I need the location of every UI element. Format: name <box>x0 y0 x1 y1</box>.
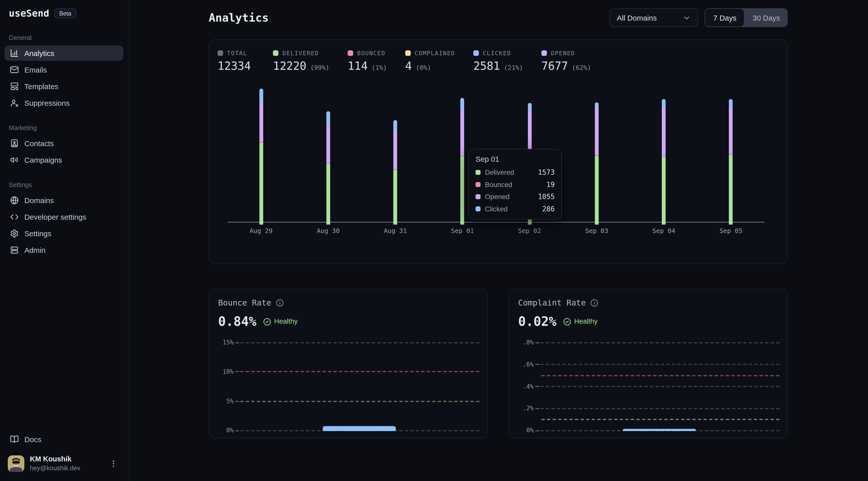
range-7-days-button[interactable]: 7 Days <box>705 8 745 27</box>
info-icon[interactable] <box>590 298 598 307</box>
complaint-rate-card: Complaint Rate 0.02% Healthy .8% .6% .4%… <box>509 289 788 438</box>
sidebar-item-admin[interactable]: Admin <box>4 242 124 258</box>
bounce-rate-title: Bounce Rate <box>218 298 271 307</box>
stat-total: TOTAL 12334 <box>217 50 255 72</box>
stat-bounced: BOUNCED 114(1%) <box>348 50 387 72</box>
gridline <box>540 342 779 343</box>
x-axis-labels: Aug 29Aug 30Aug 31Sep 01Sep 02Sep 03Sep … <box>227 227 765 236</box>
x-axis-label: Aug 29 <box>250 227 273 235</box>
chart-tooltip: Sep 01 Delivered1573 Bounced19 Opened105… <box>468 149 562 220</box>
gridline <box>240 342 479 343</box>
sidebar-item-emails[interactable]: Emails <box>4 62 124 77</box>
bar-segment-opened <box>595 108 598 155</box>
kebab-menu-icon[interactable] <box>107 457 120 470</box>
complaint-rate-bar[interactable] <box>623 429 696 431</box>
x-axis-label: Aug 31 <box>384 227 407 235</box>
complaint-status-badge: Healthy <box>563 317 598 326</box>
bar-segment-clicked <box>662 99 665 108</box>
page-title: Analytics <box>209 11 269 24</box>
domain-filter-value: All Domains <box>617 13 657 22</box>
sidebar-item-developer-settings[interactable]: Developer settings <box>4 209 124 225</box>
bar-aug-31[interactable] <box>393 120 397 225</box>
gridline <box>540 386 779 387</box>
sidebar-item-label: Domains <box>24 196 54 204</box>
bar-sep-04[interactable] <box>662 99 665 224</box>
stat-swatch <box>273 51 279 56</box>
bar-segment-clicked <box>528 103 531 111</box>
y-tick: 5% <box>218 398 234 405</box>
megaphone-icon <box>10 155 19 164</box>
sidebar-item-label: Suppressions <box>24 99 69 107</box>
threshold-gridline <box>240 371 479 372</box>
bar-segment-clicked <box>461 98 464 110</box>
y-tick: 15% <box>218 339 234 346</box>
sidebar-item-suppressions[interactable]: Suppressions <box>4 95 124 111</box>
server-icon <box>10 246 19 255</box>
complaint-rate-title: Complaint Rate <box>518 298 586 307</box>
bar-segment-clicked <box>729 99 733 107</box>
y-tick: .6% <box>518 361 534 368</box>
check-circle-icon <box>263 317 271 326</box>
y-tick: 10% <box>218 368 234 376</box>
bar-sep-03[interactable] <box>595 102 598 224</box>
bar-segment-opened <box>461 110 464 156</box>
swatch <box>475 182 480 187</box>
logo-row: useSend Beta <box>0 8 128 19</box>
sidebar-item-label: Admin <box>24 246 45 254</box>
gridline <box>540 364 779 365</box>
sidebar-item-contacts[interactable]: Contacts <box>4 135 124 151</box>
x-axis-label: Sep 03 <box>585 227 608 235</box>
stat-delivered: DELIVERED 12220(99%) <box>273 50 329 72</box>
bar-sep-01[interactable] <box>461 98 464 225</box>
sidebar-item-analytics[interactable]: Analytics <box>4 45 124 61</box>
bar-chart-icon <box>10 49 19 58</box>
code-icon <box>10 213 19 221</box>
bounce-rate-chart: 15% 10% 5% 0% <box>218 343 479 430</box>
bounce-rate-bar[interactable] <box>323 426 396 431</box>
email-events-chart-card: TOTAL 12334 DELIVERED 12220(99%) BOUNCED… <box>209 39 787 264</box>
stat-complained: COMPLAINED 4(0%) <box>405 50 455 72</box>
bar-sep-05[interactable] <box>729 99 733 224</box>
beta-badge: Beta <box>54 8 76 18</box>
bar-segment-clicked <box>595 102 598 108</box>
sidebar-item-label: Emails <box>24 66 47 74</box>
swatch <box>475 206 480 212</box>
bar-aug-30[interactable] <box>326 111 330 225</box>
domain-filter-select[interactable]: All Domains <box>610 8 699 27</box>
sidebar-item-label: Analytics <box>24 49 54 57</box>
x-axis-label: Sep 02 <box>518 227 541 235</box>
y-tick: .4% <box>518 383 534 390</box>
info-icon[interactable] <box>276 298 284 307</box>
x-axis-line <box>227 222 765 222</box>
chevron-down-icon <box>683 13 691 22</box>
stat-swatch <box>405 51 411 56</box>
sidebar-item-settings[interactable]: Settings <box>4 226 124 241</box>
app-logo: useSend <box>9 8 49 19</box>
y-tick: .8% <box>518 339 534 346</box>
stat-swatch <box>541 51 547 56</box>
tooltip-row-bounced: Bounced19 <box>475 181 555 189</box>
tooltip-row-opened: Opened1055 <box>475 193 555 201</box>
check-circle-icon <box>563 317 571 326</box>
complaint-rate-value: 0.02% <box>518 314 557 329</box>
sidebar-item-templates[interactable]: Templates <box>4 78 124 94</box>
book-open-icon <box>10 435 19 444</box>
bar-segment-opened <box>326 126 330 163</box>
stats-row: TOTAL 12334 DELIVERED 12220(99%) BOUNCED… <box>217 50 779 72</box>
date-range-toggle: 7 Days 30 Days <box>705 8 788 27</box>
complaint-rate-chart: .8% .6% .4% .2% 0% <box>518 343 779 430</box>
bar-segment-opened <box>729 107 733 154</box>
bar-segment-opened <box>662 108 665 157</box>
sidebar-item-docs[interactable]: Docs <box>4 432 124 447</box>
user-menu[interactable]: KM Koushik hey@koushik.dev <box>4 453 124 474</box>
tooltip-title: Sep 01 <box>475 155 555 163</box>
sidebar-item-campaigns[interactable]: Campaigns <box>4 152 124 168</box>
bounce-rate-value: 0.84% <box>218 314 256 329</box>
gridline <box>540 408 779 409</box>
bar-segment-opened <box>393 130 397 169</box>
range-30-days-button[interactable]: 30 Days <box>745 8 788 27</box>
threshold-gridline <box>541 375 780 376</box>
sidebar-item-domains[interactable]: Domains <box>4 193 124 208</box>
bar-aug-29[interactable] <box>259 89 263 225</box>
bar-segment-clicked <box>393 120 397 130</box>
